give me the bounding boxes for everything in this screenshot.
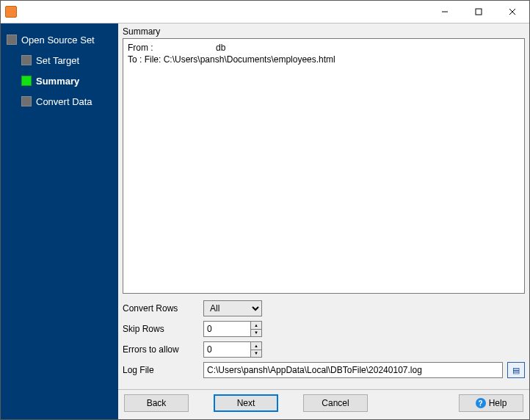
errors-allow-down[interactable]: ▼ (251, 350, 261, 358)
sidebar-item-label: Open Source Set (21, 35, 95, 46)
back-button[interactable]: Back (124, 394, 189, 412)
panel-heading: Summary (118, 23, 529, 38)
log-file-label: Log File (123, 365, 203, 375)
log-file-browse-button[interactable]: ▤ (507, 362, 525, 378)
app-icon (5, 6, 17, 18)
sidebar-item-label: Convert Data (36, 96, 92, 107)
summary-text: From :dbTo : File: C:\Users\pansh\Docume… (123, 38, 525, 294)
row-skip-rows: Skip Rows ▲ ▼ (123, 319, 525, 339)
svg-rect-1 (476, 9, 482, 15)
help-button[interactable]: ? Help (459, 394, 523, 412)
skip-rows-input[interactable] (203, 321, 250, 337)
row-convert-rows: Convert Rows All (123, 298, 525, 319)
browse-icon: ▤ (512, 366, 520, 375)
sidebar: Open Source Set Set Target Summary Conve… (1, 23, 118, 419)
help-icon: ? (476, 398, 486, 408)
summary-from-label: From : (128, 42, 216, 54)
errors-allow-label: Errors to allow (123, 344, 203, 355)
step-box-icon (21, 76, 32, 86)
wizard-buttons: Back Next Cancel ? Help (118, 394, 529, 419)
step-box-icon (21, 96, 32, 106)
close-button[interactable] (495, 1, 529, 23)
errors-allow-input[interactable] (203, 341, 250, 358)
sidebar-item-label: Summary (36, 76, 79, 87)
titlebar (1, 1, 529, 23)
separator (118, 389, 529, 390)
skip-rows-up[interactable]: ▲ (251, 322, 261, 330)
log-file-input[interactable] (203, 362, 503, 378)
step-box-icon (21, 55, 32, 65)
convert-rows-select[interactable]: All (203, 300, 262, 316)
main-panel: Summary From :dbTo : File: C:\Users\pans… (118, 23, 529, 419)
summary-from-value: db (216, 43, 225, 53)
row-errors-allow: Errors to allow ▲ ▼ (123, 339, 525, 360)
sidebar-item-open-source-set[interactable]: Open Source Set (1, 29, 118, 50)
options-form: Convert Rows All Skip Rows ▲ ▼ Errors to… (123, 298, 525, 380)
cancel-button[interactable]: Cancel (303, 394, 368, 412)
sidebar-item-set-target[interactable]: Set Target (1, 50, 118, 70)
step-box-icon (7, 35, 17, 45)
row-log-file: Log File ▤ (123, 360, 525, 380)
sidebar-item-convert-data[interactable]: Convert Data (1, 91, 118, 112)
convert-rows-label: Convert Rows (123, 303, 203, 314)
summary-to-line: To : File: C:\Users\pansh\Documents\empl… (128, 54, 335, 65)
window-controls (428, 1, 529, 23)
sidebar-item-summary[interactable]: Summary (1, 70, 118, 91)
next-button[interactable]: Next (214, 394, 278, 412)
sidebar-item-label: Set Target (36, 55, 79, 66)
skip-rows-label: Skip Rows (123, 324, 203, 334)
skip-rows-down[interactable]: ▼ (251, 330, 261, 337)
minimize-button[interactable] (428, 1, 462, 23)
maximize-button[interactable] (462, 1, 495, 23)
errors-allow-up[interactable]: ▲ (251, 342, 261, 350)
